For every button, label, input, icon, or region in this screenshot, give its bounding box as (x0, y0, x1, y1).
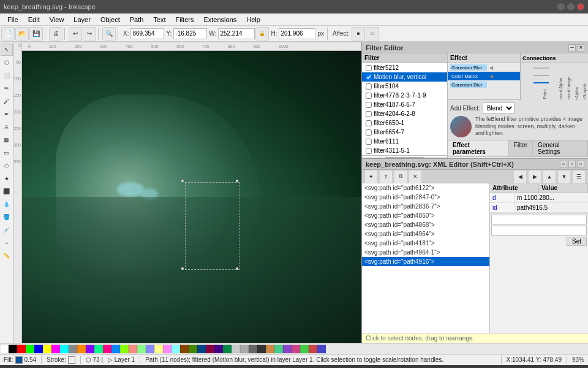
tab-general-settings[interactable]: General Settings (533, 140, 588, 156)
menu-path[interactable]: Path (125, 13, 149, 25)
palette-color[interactable] (189, 345, 197, 353)
xml-edit-key-input[interactable] (491, 215, 587, 224)
xml-prev-icon[interactable]: ◀ (513, 170, 527, 183)
xml-next-icon[interactable]: ▶ (528, 170, 541, 183)
palette-color[interactable] (249, 345, 257, 353)
menu-text[interactable]: Text (148, 13, 170, 25)
filter-checkbox-5104[interactable] (366, 83, 372, 90)
palette-color[interactable] (317, 345, 326, 353)
gradient-tool[interactable]: ▦ (1, 134, 13, 146)
new-file-icon[interactable]: 📄 (1, 27, 15, 40)
menu-view[interactable]: View (45, 13, 69, 25)
palette-color[interactable] (51, 345, 60, 353)
palette-color[interactable] (146, 345, 154, 353)
palette-color[interactable] (9, 345, 17, 353)
palette-color[interactable] (103, 345, 111, 353)
palette-color[interactable] (232, 345, 240, 353)
undo-icon[interactable]: ↩ (69, 27, 82, 40)
palette-color[interactable] (60, 345, 69, 353)
filter-checkbox-motion-blur[interactable] (366, 74, 372, 80)
xml-node-path4916[interactable]: <svg:path id="path4916"> (362, 257, 489, 266)
filter-checkbox-6111[interactable] (366, 139, 372, 145)
xml-new-element-icon[interactable]: ✦ (364, 170, 378, 183)
xml-attr-row-id[interactable]: id path4916.5 (490, 203, 588, 213)
palette-color[interactable] (206, 345, 214, 353)
xml-set-button[interactable]: Set (567, 237, 587, 246)
open-icon[interactable]: 📂 (15, 27, 29, 40)
xml-node-path2836[interactable]: <svg:path id="path2836-7"> (362, 202, 489, 211)
filter-item-4778[interactable]: filter4778-2-3-7-1-9 (362, 91, 447, 100)
palette-color[interactable] (283, 345, 292, 353)
xml-attr-row-d[interactable]: d m 1100.280... (490, 193, 588, 203)
ellipse-tool[interactable]: ⬭ (1, 159, 13, 172)
filter-item-4311[interactable]: filter4311-5-1 (362, 146, 447, 155)
save-icon[interactable]: 💾 (29, 27, 43, 40)
effect-item-colormatrix[interactable]: Color Matrix ◀ (448, 72, 520, 80)
y-input[interactable] (173, 28, 207, 39)
3d-box-tool[interactable]: ⬛ (1, 185, 13, 197)
xml-delete-icon[interactable]: ✕ (409, 170, 422, 183)
close-button[interactable] (577, 3, 584, 10)
palette-color[interactable] (34, 345, 43, 353)
filter-item-4187[interactable]: filter4187-6-6-7 (362, 100, 447, 109)
palette-color[interactable] (94, 345, 103, 353)
zoom-tool[interactable]: ⬜ (1, 69, 13, 82)
xml-node-path4181[interactable]: <svg:path id="path4181"> (362, 239, 489, 248)
filter-checkbox-4311[interactable] (366, 148, 372, 154)
text-tool[interactable]: A (1, 121, 13, 133)
palette-color[interactable] (129, 345, 137, 353)
palette-color[interactable] (240, 345, 249, 353)
palette-color[interactable] (154, 345, 163, 353)
menu-object[interactable]: Object (96, 13, 125, 25)
menu-edit[interactable]: Edit (23, 13, 45, 25)
filter-checkbox-4778[interactable] (366, 93, 372, 99)
print-icon[interactable]: 🖨 (49, 27, 62, 40)
xml-node-path4964-1[interactable]: <svg:path id="path4964-1"> (362, 248, 489, 257)
palette-color[interactable] (137, 345, 146, 353)
xml-edit-val-input[interactable] (491, 226, 587, 236)
filter-checkbox-6654[interactable] (366, 129, 372, 136)
xml-node-path4868[interactable]: <svg:path id="path4868"> (362, 220, 489, 229)
filter-checkbox-5212[interactable] (366, 65, 372, 71)
menu-filters[interactable]: Filters (171, 13, 199, 25)
rect-tool[interactable]: ▭ (1, 147, 13, 159)
spray-tool[interactable]: 💧 (1, 198, 13, 210)
filter-checkbox-4187[interactable] (366, 102, 372, 108)
affect-2-icon[interactable]: □ (366, 27, 379, 40)
xml-node-path4850[interactable]: <svg:path id="path4850"> (362, 211, 489, 220)
palette-color[interactable] (309, 345, 317, 353)
menu-layer[interactable]: Layer (69, 13, 96, 25)
zoom-in-icon[interactable]: 🔍 (102, 27, 116, 40)
palette-color[interactable] (111, 345, 120, 353)
xml-down-icon[interactable]: ▼ (557, 170, 571, 183)
xml-node-path2847[interactable]: <svg:path id="path2847-0"> (362, 193, 489, 202)
node-tool[interactable]: ⬡ (1, 56, 13, 69)
palette-color[interactable] (163, 345, 172, 353)
xml-editor-close[interactable]: ○ (577, 161, 584, 168)
redo-icon[interactable]: ↪ (83, 27, 96, 40)
palette-color[interactable] (180, 345, 189, 353)
filter-item-4204[interactable]: filter4204-6-2-8 (362, 109, 447, 118)
palette-color[interactable] (69, 345, 77, 353)
palette-color[interactable] (17, 345, 26, 353)
palette-color[interactable] (197, 345, 206, 353)
filter-item-6654[interactable]: filter6654-7 (362, 128, 447, 137)
filter-new-button[interactable]: New (385, 157, 423, 158)
menu-extensions[interactable]: Extensions (198, 13, 241, 25)
canvas-area[interactable] (22, 51, 361, 343)
palette-color[interactable] (300, 345, 309, 353)
filter-checkbox-6650[interactable] (366, 120, 372, 126)
fill-tool[interactable]: 🪣 (1, 211, 13, 223)
filter-item-motion-blur[interactable]: Motion blur, vertical (362, 72, 447, 82)
affect-1-icon[interactable]: ■ (352, 27, 365, 40)
xml-new-text-icon[interactable]: T (379, 170, 393, 183)
menu-file[interactable]: File (2, 13, 23, 25)
xml-up-icon[interactable]: ▲ (543, 170, 556, 183)
filter-item-5212[interactable]: filter5212 (362, 63, 447, 72)
filter-checkbox-4204[interactable] (366, 111, 372, 117)
add-effect-select[interactable]: Blend (483, 102, 514, 113)
xml-duplicate-icon[interactable]: ⧉ (394, 170, 407, 183)
tab-effect-params[interactable]: Effect parameters (448, 140, 509, 156)
xml-editor-minimize[interactable]: ○ (560, 161, 567, 168)
filter-editor-minimize[interactable]: ─ (568, 44, 576, 52)
